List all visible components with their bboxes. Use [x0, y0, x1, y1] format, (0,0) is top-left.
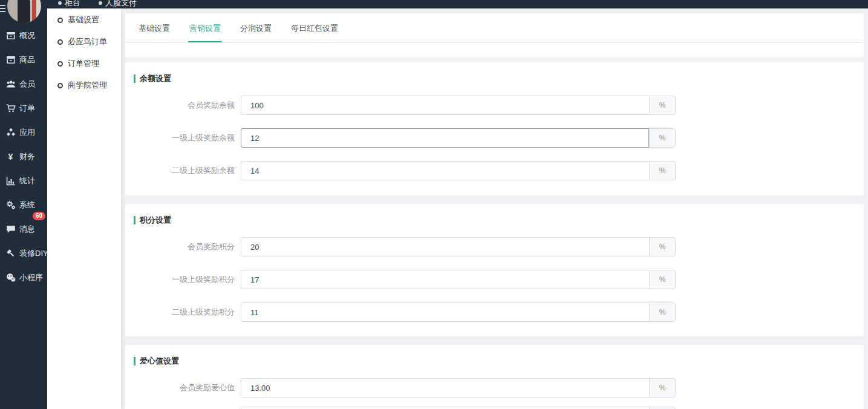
sidebar-item-apps[interactable]: 应用	[0, 120, 47, 145]
tab-marketing[interactable]: 营销设置	[188, 23, 222, 42]
sidebar-item-decorate-diy[interactable]: 装修DIY	[0, 241, 47, 266]
secondary-sidebar: 基础设置必应鸟订单订单管理商学院管理	[47, 8, 121, 409]
tabs-card: 基础设置营销设置分润设置每日红包设置	[125, 13, 864, 57]
tabs-row: 基础设置营销设置分润设置每日红包设置	[125, 13, 864, 43]
field-input-group: %	[241, 161, 676, 180]
field-input-group: %	[241, 96, 676, 115]
submenu-item-bingbird-orders[interactable]: 必应鸟订单	[47, 31, 121, 53]
submenu-item-basic-settings[interactable]: 基础设置	[47, 9, 121, 31]
tab-red-packet[interactable]: 每日红包设置	[290, 23, 339, 42]
main-content: 基础设置营销设置分润设置每日红包设置 余额设置会员奖励余额%一级上级奖励余额%二…	[121, 8, 868, 409]
percent-suffix: %	[649, 128, 676, 148]
form-row-member-reward-balance: 会员奖励余额%	[132, 96, 864, 115]
sidebar-nav: 概况商品会员订单应用¥财务统计系统消息60装修DIY小程序	[0, 24, 47, 290]
sidebar-item-overview[interactable]: 概况	[0, 24, 47, 48]
form-row-level2-reward-balance: 二级上级奖励余额%	[132, 161, 864, 180]
counter-icon	[58, 1, 62, 5]
sidebar-item-messages[interactable]: 消息60	[0, 217, 47, 241]
level1-reward-points-input[interactable]	[241, 270, 649, 289]
topbar: 柜台人脸支付	[0, 0, 868, 8]
field-input-group: %	[241, 378, 676, 398]
goods-icon	[5, 55, 16, 65]
comment-icon	[5, 224, 16, 235]
form-row-clipped: %	[132, 407, 864, 409]
topbar-item-face-pay[interactable]: 人脸支付	[99, 0, 137, 8]
circle-icon	[57, 18, 63, 23]
form-row-member-reward-points: 会员奖励积分%	[132, 237, 864, 257]
chart-icon	[5, 176, 16, 186]
percent-suffix: %	[649, 161, 676, 180]
user-avatar[interactable]	[7, 0, 41, 23]
level1-reward-balance-input[interactable]	[241, 128, 649, 148]
field-label: 会员奖励爱心值	[132, 382, 235, 393]
submenu-item-academy-management[interactable]: 商学院管理	[47, 74, 121, 96]
field-label: 二级上级奖励积分	[132, 307, 235, 318]
member-reward-love-input[interactable]	[241, 378, 649, 398]
cart-icon	[5, 103, 16, 114]
clipped-input[interactable]	[241, 407, 649, 409]
tab-profit[interactable]: 分润设置	[239, 23, 273, 42]
field-label: 会员奖励余额	[132, 100, 235, 111]
unread-count-badge: 60	[33, 212, 45, 220]
section-card-love-value-settings: 爱心值设置会员奖励爱心值%%	[125, 345, 864, 409]
circle-icon	[57, 61, 63, 67]
sidebar-item-orders[interactable]: 订单	[0, 96, 47, 120]
percent-suffix: %	[649, 270, 676, 289]
field-label: 会员奖励积分	[132, 241, 235, 252]
form-row-level1-reward-balance: 一级上级奖励余额%	[132, 128, 864, 148]
member-reward-points-input[interactable]	[241, 237, 649, 257]
field-label: 一级上级奖励余额	[132, 133, 235, 143]
percent-suffix: %	[649, 237, 676, 257]
section-accent-bar	[134, 357, 135, 365]
field-label: 一级上级奖励积分	[132, 274, 235, 285]
form-row-level2-reward-points: 二级上级奖励积分%	[132, 303, 864, 322]
field-input-group: %	[241, 303, 676, 322]
overview-icon	[5, 31, 16, 41]
primary-sidebar: 概况商品会员订单应用¥财务统计系统消息60装修DIY小程序	[0, 0, 47, 409]
form-row-member-reward-love: 会员奖励爱心值%	[132, 378, 864, 398]
section-card-balance-settings: 余额设置会员奖励余额%一级上级奖励余额%二级上级奖励余额%	[125, 62, 864, 195]
sidebar-item-finance[interactable]: ¥财务	[0, 145, 47, 169]
cubes-icon	[5, 128, 16, 138]
form-row-level1-reward-points: 一级上级奖励积分%	[132, 270, 864, 289]
percent-suffix: %	[649, 407, 676, 409]
field-input-group: %	[241, 237, 676, 257]
sidebar-item-goods[interactable]: 商品	[0, 48, 47, 72]
field-input-group: %	[241, 128, 676, 148]
sidebar-item-members[interactable]: 会员	[0, 72, 47, 96]
field-input-group: %	[241, 270, 676, 289]
members-icon	[5, 79, 16, 90]
percent-suffix: %	[649, 96, 676, 115]
section-title-love-value-settings: 爱心值设置	[134, 356, 864, 367]
section-title-balance-settings: 余额设置	[134, 73, 864, 84]
circle-icon	[57, 83, 63, 88]
gears-icon	[5, 200, 16, 211]
face-pay-icon	[99, 1, 102, 5]
level2-reward-balance-input[interactable]	[241, 161, 649, 180]
yen-icon: ¥	[5, 152, 16, 162]
tab-basic[interactable]: 基础设置	[137, 23, 171, 42]
section-card-points-settings: 积分设置会员奖励积分%一级上级奖励积分%二级上级奖励积分%	[125, 204, 864, 336]
level2-reward-points-input[interactable]	[241, 303, 649, 322]
section-accent-bar	[134, 74, 135, 83]
submenu-item-order-management[interactable]: 订单管理	[47, 53, 121, 74]
sidebar-item-mini-program[interactable]: 小程序	[0, 266, 47, 290]
field-label: 二级上级奖励余额	[132, 165, 235, 176]
percent-suffix: %	[649, 378, 676, 398]
sidebar-item-statistics[interactable]: 统计	[0, 169, 47, 193]
hamburger-menu-icon[interactable]	[0, 5, 6, 13]
gavel-icon	[5, 249, 16, 259]
wechat-icon	[5, 273, 16, 283]
app-window: 柜台人脸支付 概况商品会员订单应用¥财务统计系统消息60装修DIY小程序 基础设…	[0, 0, 868, 409]
topbar-item-counter[interactable]: 柜台	[58, 0, 80, 8]
percent-suffix: %	[649, 303, 676, 322]
section-title-points-settings: 积分设置	[134, 215, 864, 226]
circle-icon	[57, 39, 63, 45]
section-accent-bar	[134, 216, 135, 224]
member-reward-balance-input[interactable]	[241, 96, 649, 115]
